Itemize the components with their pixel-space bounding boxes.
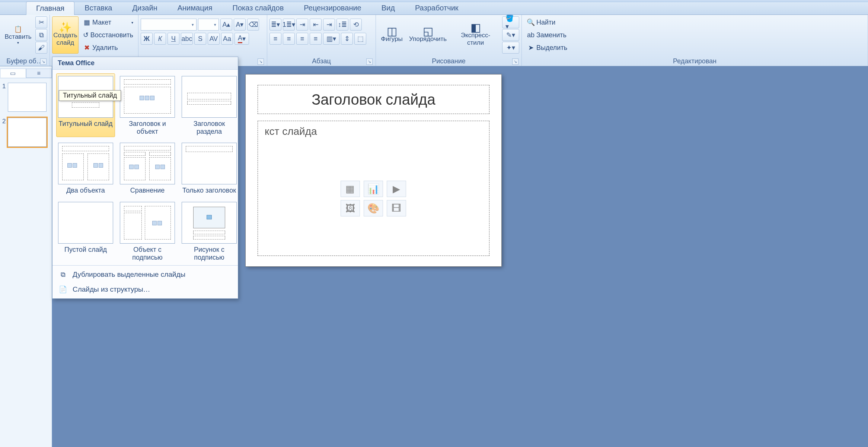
new-slide-icon: ✨ (61, 23, 70, 32)
layout-blank[interactable]: Пустой слайд (56, 199, 115, 263)
new-slide-button[interactable]: ✨ Создать слайд (52, 16, 79, 54)
layout-button[interactable]: ▦Макет▾ (80, 16, 136, 28)
underline-button[interactable]: Ч (167, 33, 179, 45)
char-spacing-button[interactable]: AV (208, 33, 220, 45)
align-right-button[interactable]: ≡ (296, 33, 308, 45)
font-name-combo[interactable]: ▾ (141, 19, 197, 31)
font-size-combo[interactable]: ▾ (198, 19, 219, 31)
paste-label: Вставить (4, 33, 31, 41)
thumbnail-2[interactable]: 2 (0, 116, 52, 151)
layout-content-caption[interactable]: Объект с подписью (118, 199, 177, 263)
slide-body-placeholder[interactable]: кст слайда ▦ 📊 ▶ 🖼 🎨 🎞 (258, 121, 489, 256)
layout-label: Макет (92, 19, 111, 26)
slides-from-outline-menuitem[interactable]: 📄 Слайды из структуры… (52, 282, 238, 297)
slide-body-text: кст слайда (265, 126, 317, 137)
increase-indent-button[interactable]: ⇥ (323, 19, 335, 31)
delete-slide-button[interactable]: ✖Удалить (80, 42, 136, 54)
tab-animation[interactable]: Анимация (167, 1, 223, 15)
layout-section-header[interactable]: Заголовок раздела (180, 73, 239, 137)
shrink-font-button[interactable]: A▾ (234, 19, 246, 31)
insert-table-icon[interactable]: ▦ (341, 181, 360, 197)
shape-outline-button[interactable]: ✎▾ (502, 29, 519, 41)
layout-tooltip: Титульный слайд (59, 90, 121, 101)
bullets-button[interactable]: ≣▾ (269, 19, 281, 31)
shadow-button[interactable]: S (194, 33, 206, 45)
layout-comparison[interactable]: Сравнение (118, 140, 177, 196)
paragraph-launcher[interactable]: ↘ (366, 58, 373, 65)
font-launcher[interactable]: ↘ (258, 58, 264, 65)
change-case-button[interactable]: Aa (221, 33, 233, 45)
slide[interactable]: Заголовок слайда кст слайда ▦ 📊 ▶ 🖼 🎨 🎞 (246, 74, 501, 266)
strike-button[interactable]: abc (181, 33, 193, 45)
shape-fill-button[interactable]: 🪣▾ (502, 16, 519, 28)
insert-clipart-icon[interactable]: 🎨 (364, 200, 383, 216)
shape-effects-button[interactable]: ✦▾ (502, 42, 519, 54)
slide-title-placeholder[interactable]: Заголовок слайда (258, 85, 489, 114)
layout-title-only[interactable]: Только заголовок (180, 140, 239, 196)
scissors-icon: ✂ (39, 18, 44, 26)
format-painter-button[interactable]: 🖌 (35, 42, 47, 54)
align-center-button[interactable]: ≡ (283, 33, 295, 45)
tab-slideshow[interactable]: Показ слайдов (223, 1, 294, 15)
delete-label: Удалить (92, 44, 118, 52)
decrease-indent-button[interactable]: ⇤ (310, 19, 322, 31)
quick-styles-button[interactable]: ◧Экспресс-стили (450, 16, 501, 54)
align-left-button[interactable]: ≡ (269, 33, 281, 45)
tab-design[interactable]: Дизайн (122, 1, 167, 15)
new-slide-label: Создать слайд (53, 32, 77, 46)
tab-home[interactable]: Главная (26, 1, 74, 15)
select-button[interactable]: ➤Выделить (524, 42, 865, 54)
smartart-button[interactable]: ⬚ (354, 33, 366, 45)
line-spacing-button[interactable]: ↕≣ (336, 19, 348, 31)
reset-button[interactable]: ↺Восстановить (80, 29, 136, 41)
replace-button[interactable]: abЗаменить (524, 29, 865, 41)
text-direction-button[interactable]: ⟲ (350, 19, 362, 31)
layout-title-slide[interactable]: Титульный слайд Титульный слайд (56, 73, 115, 137)
grow-font-button[interactable]: A▴ (220, 19, 232, 31)
eraser-icon: ⌫ (249, 20, 258, 29)
insert-smartart-icon[interactable]: ▶ (387, 181, 406, 197)
clipboard-launcher[interactable]: ↘ (40, 58, 47, 65)
arrange-button[interactable]: ◱Упорядочить (407, 16, 449, 54)
duplicate-slides-menuitem[interactable]: ⧉ Дублировать выделенные слайды (52, 267, 238, 282)
cut-button[interactable]: ✂ (35, 16, 47, 28)
font-color-button[interactable]: A▾ (234, 33, 249, 45)
insert-chart-icon[interactable]: 📊 (364, 181, 383, 197)
layout-caption: Пустой слайд (64, 246, 107, 254)
find-label: Найти (536, 19, 555, 26)
content-placeholder-icons: ▦ 📊 ▶ 🖼 🎨 🎞 (341, 181, 407, 216)
shapes-button[interactable]: ◫Фигуры (378, 16, 405, 54)
numbering-button[interactable]: 1≣▾ (283, 19, 295, 31)
align-text-button[interactable]: ⇕ (341, 33, 353, 45)
justify-button[interactable]: ≡ (310, 33, 322, 45)
tab-view[interactable]: Вид (371, 1, 405, 15)
find-button[interactable]: 🔍Найти (524, 16, 865, 28)
layout-gallery-header: Тема Office (52, 57, 238, 70)
replace-label: Заменить (536, 31, 567, 39)
columns-button[interactable]: ▥▾ (323, 33, 339, 45)
reset-label: Восстановить (90, 31, 133, 39)
paste-button[interactable]: 📋 Вставить ▾ (2, 16, 34, 54)
insert-media-icon[interactable]: 🎞 (387, 200, 406, 216)
outline-tab[interactable]: ≡ (26, 69, 52, 78)
copy-button[interactable]: ⧉ (35, 29, 47, 41)
thumbnails-tab[interactable]: ▭ (0, 69, 26, 78)
layout-picture-caption[interactable]: Рисунок с подписью (180, 199, 239, 263)
duplicate-label: Дублировать выделенные слайды (73, 270, 185, 279)
tab-developer[interactable]: Разработчик (405, 1, 469, 15)
layout-two-content[interactable]: Два объекта (56, 140, 115, 196)
italic-button[interactable]: К (154, 33, 166, 45)
layout-caption: Объект с подписью (120, 246, 175, 261)
list-level-button[interactable]: ⇥ (296, 19, 308, 31)
clear-format-button[interactable]: ⌫ (247, 19, 259, 31)
insert-picture-icon[interactable]: 🖼 (341, 200, 360, 216)
delete-icon: ✖ (83, 44, 91, 52)
thumbnail-1[interactable]: 1 (0, 81, 52, 116)
tab-review[interactable]: Рецензирование (294, 1, 371, 15)
layout-icon: ▦ (83, 18, 91, 26)
bold-button[interactable]: Ж (141, 33, 153, 45)
layout-title-content[interactable]: Заголовок и объект (118, 73, 177, 137)
arrange-icon: ◱ (424, 27, 432, 35)
tab-insert[interactable]: Вставка (74, 1, 122, 15)
drawing-launcher[interactable]: ↘ (512, 58, 518, 65)
